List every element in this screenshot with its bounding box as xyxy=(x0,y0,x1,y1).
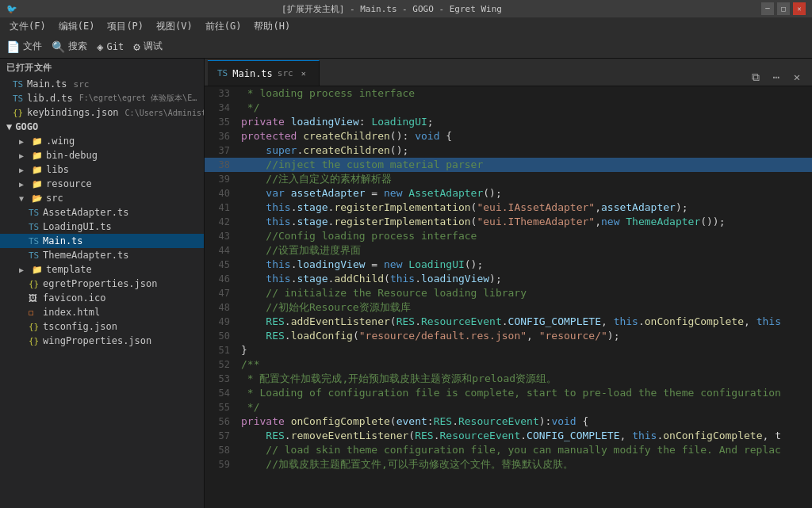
code-line-50[interactable]: 50 RES.loadConfig("resource/default.res.… xyxy=(205,329,812,343)
ts-file-icon6: TS xyxy=(29,250,40,261)
sidebar-item-libs[interactable]: ▶ 📁 libs xyxy=(0,162,204,177)
line-number: 42 xyxy=(205,215,238,229)
line-number: 45 xyxy=(205,258,238,272)
toolbar-debug[interactable]: ⚙ 调试 xyxy=(133,40,162,53)
line-content: //设置加载进度界面 xyxy=(238,243,812,258)
line-content: RES.loadConfig("resource/default.res.jso… xyxy=(238,329,812,343)
maximize-button[interactable]: □ xyxy=(777,2,790,15)
code-line-33[interactable]: 33 * loading process interface xyxy=(205,86,812,101)
line-content: } xyxy=(238,343,812,357)
line-content: var assetAdapter = new AssetAdapter(); xyxy=(238,186,812,201)
code-line-35[interactable]: 35private loadingView: LoadingUI; xyxy=(205,115,812,129)
menu-item-前往(G)[interactable]: 前往(G) xyxy=(199,17,248,35)
chevron-down-icon: ▼ xyxy=(6,121,12,132)
tab-close-button[interactable]: ✕ xyxy=(298,68,309,79)
code-line-54[interactable]: 54 * Loading of configuration file is co… xyxy=(205,386,812,400)
line-number: 55 xyxy=(205,400,238,414)
ts-file-icon4: TS xyxy=(29,222,40,232)
code-line-57[interactable]: 57 RES.removeEventListener(RES.ResourceE… xyxy=(205,429,812,443)
sidebar-item-asset-adapter[interactable]: TS AssetAdapter.ts xyxy=(0,205,204,220)
code-line-41[interactable]: 41 this.stage.registerImplementation("eu… xyxy=(205,201,812,215)
tab-actions: ⧉ ⋯ ✕ xyxy=(747,68,812,86)
gogo-header[interactable]: ▼ GOGO xyxy=(0,120,204,134)
close-button[interactable]: ✕ xyxy=(793,2,806,15)
sidebar-item-theme-adapter[interactable]: TS ThemeAdapter.ts xyxy=(0,248,204,262)
code-line-34[interactable]: 34 */ xyxy=(205,101,812,115)
sidebar-item-loading-ui[interactable]: TS LoadingUI.ts xyxy=(0,220,204,234)
folder-icon2: 📁 xyxy=(32,151,43,161)
sidebar-item-template[interactable]: ▶ 📁 template xyxy=(0,262,204,277)
code-line-36[interactable]: 36protected createChildren(): void { xyxy=(205,129,812,143)
split-editor-button[interactable]: ⧉ xyxy=(747,68,764,86)
sidebar-item-main-ts[interactable]: TS Main.ts src xyxy=(0,77,204,91)
json-file-icon4: {} xyxy=(29,336,40,346)
code-line-55[interactable]: 55 */ xyxy=(205,400,812,414)
code-line-39[interactable]: 39 //注入自定义的素材解析器 xyxy=(205,172,812,186)
code-line-58[interactable]: 58 // load skin theme configuration file… xyxy=(205,443,812,457)
menu-item-编辑(E)[interactable]: 编辑(E) xyxy=(52,17,102,35)
line-number: 47 xyxy=(205,286,238,300)
line-number: 49 xyxy=(205,315,238,329)
sidebar-item-tsconfig[interactable]: {} tsconfig.json xyxy=(0,319,204,334)
menu-item-帮助(H)[interactable]: 帮助(H) xyxy=(247,17,297,35)
code-line-38[interactable]: 38 //inject the custom material parser xyxy=(205,158,812,172)
sidebar-item-src[interactable]: ▼ 📂 src xyxy=(0,191,204,205)
tab-main-ts[interactable]: TS Main.ts src ✕ xyxy=(208,60,320,86)
sidebar-item-lib-dts[interactable]: TS lib.d.ts F:\egret\egret 体验版本\Egret... xyxy=(0,91,204,105)
json-file-icon3: {} xyxy=(29,322,40,332)
toolbar-file[interactable]: 📄 文件 xyxy=(6,40,42,53)
code-line-53[interactable]: 53 * 配置文件加载完成,开始预加载皮肤主题资源和preload资源组。 xyxy=(205,372,812,386)
code-editor[interactable]: 33 * loading process interface34 */35pri… xyxy=(205,86,812,508)
code-line-51[interactable]: 51} xyxy=(205,343,812,357)
minimize-button[interactable]: ─ xyxy=(761,2,774,15)
code-line-46[interactable]: 46 this.stage.addChild(this.loadingView)… xyxy=(205,272,812,286)
sidebar-item-keybindings[interactable]: {} keybindings.json C:\Users\Administrat… xyxy=(0,105,204,120)
line-number: 54 xyxy=(205,386,238,400)
line-content: this.loadingView = new LoadingUI(); xyxy=(238,258,812,272)
code-line-56[interactable]: 56private onConfigComplete(event:RES.Res… xyxy=(205,414,812,429)
line-content: super.createChildren(); xyxy=(238,143,812,158)
code-line-49[interactable]: 49 RES.addEventListener(RES.ResourceEven… xyxy=(205,315,812,329)
line-content: /** xyxy=(238,357,812,372)
line-content: // load skin theme configuration file, y… xyxy=(238,443,812,457)
sidebar-item-bin-debug[interactable]: ▶ 📁 bin-debug xyxy=(0,148,204,162)
sidebar-item-egret-props[interactable]: {} egretProperties.json xyxy=(0,277,204,291)
line-number: 35 xyxy=(205,115,238,129)
code-line-47[interactable]: 47 // initialize the Resource loading li… xyxy=(205,286,812,300)
code-line-59[interactable]: 59 //加载皮肤主题配置文件,可以手动修改这个文件。替换默认皮肤。 xyxy=(205,457,812,472)
ts-file-icon3: TS xyxy=(29,208,40,218)
line-content: */ xyxy=(238,101,812,115)
code-line-48[interactable]: 48 //初始化Resource资源加载库 xyxy=(205,300,812,315)
sidebar-item-main-ts-src[interactable]: TS Main.ts xyxy=(0,234,204,248)
code-line-52[interactable]: 52/** xyxy=(205,357,812,372)
toolbar-search[interactable]: 🔍 搜索 xyxy=(52,40,87,53)
code-line-43[interactable]: 43 //Config loading process interface xyxy=(205,229,812,243)
menu-item-项目(P)[interactable]: 项目(P) xyxy=(101,17,150,35)
editor-area: TS Main.ts src ✕ ⧉ ⋯ ✕ 33 * loading proc… xyxy=(205,59,812,508)
more-actions-button[interactable]: ⋯ xyxy=(768,68,785,86)
menu-item-文件(F)[interactable]: 文件(F) xyxy=(3,17,52,35)
line-number: 51 xyxy=(205,343,238,357)
sidebar-item-resource[interactable]: ▶ 📁 resource xyxy=(0,177,204,191)
ts-file-icon: TS xyxy=(13,79,24,90)
code-line-42[interactable]: 42 this.stage.registerImplementation("eu… xyxy=(205,215,812,229)
code-line-44[interactable]: 44 //设置加载进度界面 xyxy=(205,243,812,258)
line-content: this.stage.addChild(this.loadingView); xyxy=(238,272,812,286)
sidebar-item-wing-props[interactable]: {} wingProperties.json xyxy=(0,334,204,348)
menu-bar: 文件(F)编辑(E)项目(P)视图(V)前往(G)帮助(H) xyxy=(0,17,812,35)
sidebar-item-index-html[interactable]: ◻ index.html xyxy=(0,305,204,319)
sidebar: 已打开文件 TS Main.ts src TS lib.d.ts F:\egre… xyxy=(0,59,205,508)
code-line-45[interactable]: 45 this.loadingView = new LoadingUI(); xyxy=(205,258,812,272)
sidebar-item-favicon[interactable]: 🖼 favicon.ico xyxy=(0,291,204,305)
sidebar-item-wing[interactable]: ▶ 📁 .wing xyxy=(0,134,204,148)
toolbar-git[interactable]: ◈ Git xyxy=(97,40,124,53)
code-line-40[interactable]: 40 var assetAdapter = new AssetAdapter()… xyxy=(205,186,812,201)
close-editor-button[interactable]: ✕ xyxy=(788,68,806,86)
menu-item-视图(V)[interactable]: 视图(V) xyxy=(150,17,199,35)
chevron-right-icon4: ▶ xyxy=(19,180,29,189)
code-line-37[interactable]: 37 super.createChildren(); xyxy=(205,143,812,158)
chevron-right-icon3: ▶ xyxy=(19,166,29,174)
tab-ts-icon: TS xyxy=(217,68,228,78)
json-file-icon2: {} xyxy=(29,279,40,289)
folder-icon3: 📁 xyxy=(32,165,43,175)
